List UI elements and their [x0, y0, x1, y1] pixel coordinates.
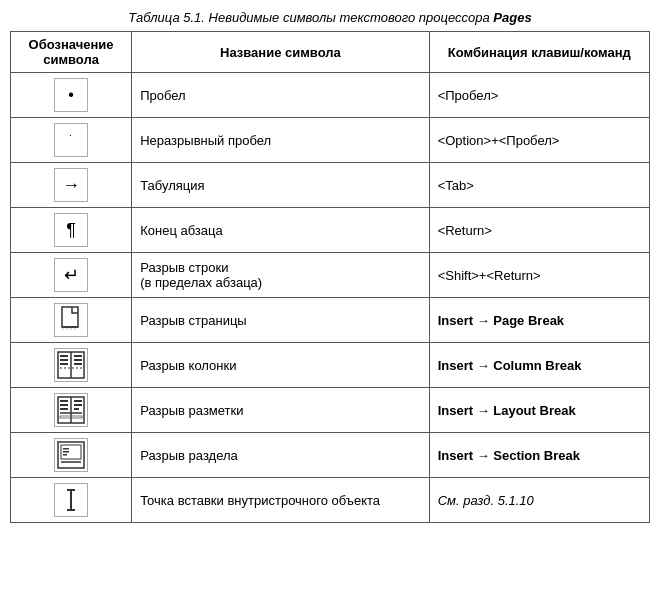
table-row: Разрыв колонкиInsert → Column Break [11, 343, 650, 388]
name-cell: Разрыв раздела [132, 433, 429, 478]
svg-rect-8 [60, 363, 68, 365]
combo-cell: Insert → Layout Break [429, 388, 649, 433]
svg-rect-23 [58, 442, 84, 468]
main-table: Обозначение символа Название символа Ком… [10, 31, 650, 523]
symbol-cell [11, 343, 132, 388]
combo-cell: <Option>+<Пробел> [429, 118, 649, 163]
name-cell: Разрыв страницы [132, 298, 429, 343]
combo-cell: Insert → Page Break [429, 298, 649, 343]
table-row: →Табуляция<Tab> [11, 163, 650, 208]
name-cell: Табуляция [132, 163, 429, 208]
name-cell: Разрыв строки(в пределах абзаца) [132, 253, 429, 298]
svg-rect-20 [74, 408, 79, 410]
name-cell: Разрыв колонки [132, 343, 429, 388]
combo-cell: <Return> [429, 208, 649, 253]
table-row: ¶Конец абзаца<Return> [11, 208, 650, 253]
combo-cell: Insert → Section Break [429, 433, 649, 478]
combo-cell: <Shift>+<Return> [429, 253, 649, 298]
symbol-cell [11, 298, 132, 343]
symbol-cell: ˙ [11, 118, 132, 163]
svg-rect-18 [74, 400, 82, 402]
symbol-cell [11, 433, 132, 478]
symbol-cell: ¶ [11, 208, 132, 253]
header-name: Название символа [132, 32, 429, 73]
combo-cell: <Tab> [429, 163, 649, 208]
svg-rect-16 [60, 404, 68, 406]
table-row: Разрыв страницыInsert → Page Break [11, 298, 650, 343]
svg-rect-26 [63, 451, 69, 453]
table-row: Разрыв разделаInsert → Section Break [11, 433, 650, 478]
svg-rect-19 [74, 404, 82, 406]
svg-rect-7 [60, 359, 68, 361]
header-combo: Комбинация клавиш/команд [429, 32, 649, 73]
combo-cell: Insert → Column Break [429, 343, 649, 388]
name-cell: Разрыв разметки [132, 388, 429, 433]
symbol-cell: → [11, 163, 132, 208]
name-cell: Конец абзаца [132, 208, 429, 253]
svg-rect-27 [63, 454, 67, 456]
svg-rect-25 [63, 448, 69, 450]
table-row: Разрыв разметкиInsert → Layout Break [11, 388, 650, 433]
table-row: •Пробел<Пробел> [11, 73, 650, 118]
svg-rect-10 [74, 359, 82, 361]
svg-rect-6 [60, 355, 68, 357]
combo-cell: <Пробел> [429, 73, 649, 118]
table-row: Точка вставки внутристрочного объектаСм.… [11, 478, 650, 523]
table-title: Таблица 5.1. Невидимые символы текстовог… [10, 10, 650, 25]
table-row: ↵Разрыв строки(в пределах абзаца)<Shift>… [11, 253, 650, 298]
svg-rect-9 [74, 355, 82, 357]
table-row: ˙Неразрывный пробел<Option>+<Пробел> [11, 118, 650, 163]
svg-rect-0 [62, 307, 78, 327]
name-cell: Пробел [132, 73, 429, 118]
header-symbol: Обозначение символа [11, 32, 132, 73]
svg-rect-11 [74, 363, 82, 365]
svg-rect-17 [60, 408, 68, 410]
symbol-cell: • [11, 73, 132, 118]
symbol-cell [11, 388, 132, 433]
symbol-cell: ↵ [11, 253, 132, 298]
combo-cell: См. разд. 5.1.10 [429, 478, 649, 523]
svg-rect-15 [60, 400, 68, 402]
name-cell: Неразрывный пробел [132, 118, 429, 163]
name-cell: Точка вставки внутристрочного объекта [132, 478, 429, 523]
symbol-cell [11, 478, 132, 523]
